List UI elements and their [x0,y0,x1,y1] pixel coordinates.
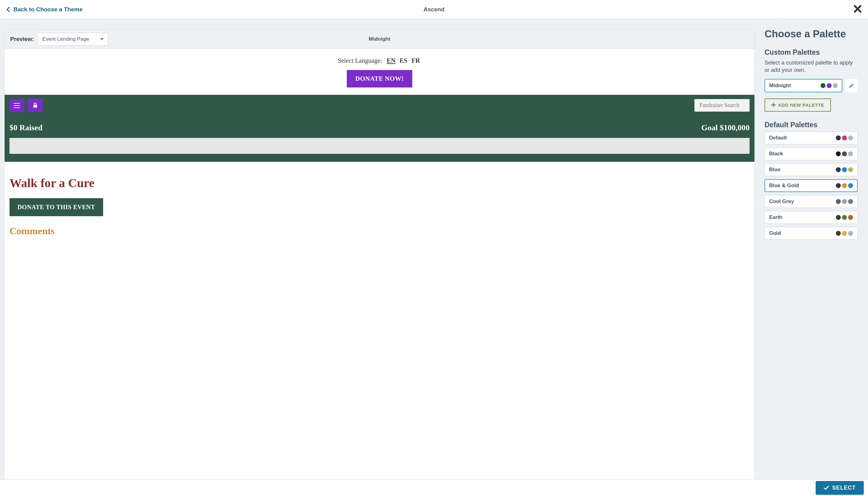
palette-item-name: Cool Grey [769,199,794,205]
palette-item[interactable]: Cool Grey [765,195,857,208]
palette-item-name: Blue & Gold [769,183,799,189]
swatch [848,167,853,172]
lang-es[interactable]: ES [400,57,408,64]
preview-page-select[interactable]: Event Landing Page [38,33,108,46]
palette-swatches [836,183,853,188]
custom-palettes-heading: Custom Palettes [765,48,857,57]
swatch [836,167,841,172]
palette-swatches [836,215,853,220]
palette-item-name: Midnight [769,82,791,89]
pencil-icon [849,83,854,88]
default-palettes-heading: Default Palettes [765,121,857,129]
comments-heading: Comments [4,216,754,249]
palette-item-name: Earth [769,214,782,220]
swatch [848,183,853,188]
swatch [842,215,847,220]
palette-heading: Choose a Palette [765,28,857,40]
theme-name: Ascend [423,6,445,13]
raised-amount: $0 Raised [10,123,43,133]
palette-swatches [836,167,853,172]
palette-swatches [836,151,853,156]
swatch [848,136,853,140]
swatch [833,83,838,88]
lang-en[interactable]: EN [387,57,395,64]
chevron-left-icon [6,7,10,12]
donate-event-button[interactable]: DONATE TO THIS EVENT [10,198,103,216]
custom-palettes-desc: Select a customized palette to apply or … [765,59,857,74]
event-banner: $0 Raised Goal $100,000 [4,95,754,162]
lang-fr[interactable]: FR [411,57,420,64]
check-icon [824,486,829,490]
select-button[interactable]: SELECT [815,481,864,495]
preview-label: Preview: [10,36,34,43]
add-palette-label: ADD NEW PALETTE [778,103,824,108]
swatch [848,151,853,156]
palette-item-name: Blue [769,167,780,173]
swatch [836,231,841,236]
edit-palette-button[interactable] [845,79,857,92]
swatch [836,215,841,220]
preview-select-value: Event Landing Page [42,36,89,42]
lock-button[interactable] [28,98,43,112]
palette-swatches [836,231,853,236]
fundraiser-search-input[interactable] [694,99,750,112]
palette-item-name: Black [769,151,783,157]
swatch [842,167,847,172]
swatch [836,136,841,140]
add-palette-button[interactable]: ADD NEW PALETTE [765,98,831,112]
swatch [848,215,853,220]
palette-swatches [836,199,853,204]
palette-item[interactable]: Default [765,131,857,144]
svg-rect-0 [33,105,37,108]
hamburger-icon [14,103,20,108]
swatch [848,231,853,236]
back-link[interactable]: Back to Choose a Theme [6,6,83,13]
lock-icon [33,103,38,108]
plus-icon [771,103,776,107]
palette-item[interactable]: Midnight [765,79,842,92]
swatch [821,83,825,88]
palette-item[interactable]: Blue [765,163,857,176]
swatch [836,183,841,188]
swatch [842,199,847,204]
preview-palette-name: Midnight [369,36,391,42]
goal-amount: Goal $100,000 [702,123,750,133]
palette-item[interactable]: Earth [765,211,857,224]
language-label: Select Language: [338,57,382,64]
swatch [827,83,832,88]
swatch [842,231,847,236]
palette-swatches [821,83,838,88]
swatch [836,151,841,156]
language-row: Select Language: EN ES FR [4,49,754,70]
event-title: Walk for a Cure [4,162,754,197]
palette-item[interactable]: Black [765,148,857,160]
palette-swatches [836,136,853,140]
back-link-label: Back to Choose a Theme [14,6,83,13]
donate-now-button[interactable]: DONATE NOW! [347,70,413,88]
menu-button[interactable] [10,99,24,112]
palette-item-name: Gold [769,230,781,236]
palette-item[interactable]: Blue & Gold [765,179,857,192]
select-button-label: SELECT [832,485,856,491]
preview-scroll[interactable]: Select Language: EN ES FR DONATE NOW! [4,49,754,496]
palette-item-name: Default [769,135,787,141]
progress-bar [10,138,750,154]
close-button[interactable] [853,4,862,14]
close-icon [853,4,862,13]
swatch [842,183,847,188]
swatch [836,199,841,204]
swatch [848,199,853,204]
palette-item[interactable]: Gold [765,227,857,240]
swatch [842,136,847,140]
swatch [842,151,847,156]
